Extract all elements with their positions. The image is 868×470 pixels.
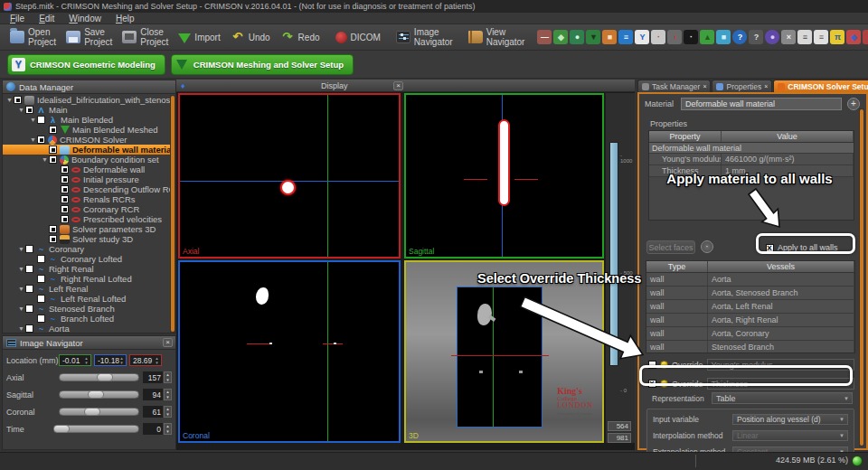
tree-item[interactable]: Prescribed velocities xyxy=(3,214,170,224)
tab-properties[interactable]: Properties× xyxy=(712,80,772,92)
expand-caret-icon[interactable]: ▼ xyxy=(5,97,14,103)
vessel-row[interactable]: wallAorta, Stenosed Branch xyxy=(646,287,854,300)
spinner-icons[interactable]: ▴▾ xyxy=(164,423,172,435)
slider-handle[interactable] xyxy=(84,408,100,416)
tree-item[interactable]: Descending Outflow RCRs xyxy=(3,184,170,194)
visibility-checkbox[interactable] xyxy=(25,265,33,273)
data-tree-scrollbar[interactable] xyxy=(170,95,175,333)
visibility-checkbox[interactable] xyxy=(25,245,33,253)
visibility-checkbox[interactable] xyxy=(49,126,57,134)
tree-item[interactable]: Renals RCRs xyxy=(3,194,170,204)
tree-item[interactable]: ▼Boundary condition set xyxy=(3,155,170,164)
expand-caret-icon[interactable]: ▼ xyxy=(17,286,25,292)
visibility-checkbox[interactable] xyxy=(49,146,57,154)
visibility-checkbox[interactable] xyxy=(61,165,69,174)
spinner-icons[interactable]: ▴▾ xyxy=(164,371,172,383)
add-material-button[interactable]: + xyxy=(847,98,860,110)
axial-slider[interactable] xyxy=(59,373,139,381)
tree-item[interactable]: ~Branch Lofted xyxy=(3,314,170,324)
spinner-icons[interactable]: ▴▾ xyxy=(164,389,172,400)
expand-caret-icon[interactable]: ▼ xyxy=(17,306,25,312)
visibility-checkbox[interactable] xyxy=(49,155,57,164)
property-value[interactable]: 4661000 g/(mm·s²) xyxy=(722,154,854,164)
python-icon[interactable]: π xyxy=(830,30,844,44)
visibility-checkbox[interactable] xyxy=(61,195,69,203)
param-dropdown[interactable]: Linear▼ xyxy=(732,430,848,441)
tree-item[interactable]: Deformable wall xyxy=(3,164,170,174)
panel-scrollbar[interactable] xyxy=(859,108,864,446)
tab-crimson-solver-setup[interactable]: CRIMSON Solver Setup× xyxy=(773,80,868,92)
tree-item[interactable]: ~Right Renal Lofted xyxy=(3,274,170,284)
vessel-row[interactable]: wallAorta, Right Renal xyxy=(646,314,854,327)
visibility-checkbox[interactable] xyxy=(37,295,45,303)
slider-value[interactable]: 0 xyxy=(143,423,163,435)
window-value[interactable]: 981 xyxy=(608,433,631,443)
wrench-icon[interactable]: × xyxy=(863,30,868,44)
location-value-0[interactable]: -0.01▴▾ xyxy=(59,354,91,366)
slider-handle[interactable] xyxy=(97,373,113,381)
tree-item[interactable]: Main Blended Meshed xyxy=(3,125,170,135)
expand-caret-icon[interactable]: ▼ xyxy=(17,325,25,332)
face-selection-mode-button[interactable]: · xyxy=(701,240,713,253)
cone-icon[interactable]: ▼ xyxy=(586,30,600,44)
spinner-icons[interactable]: ▴▾ xyxy=(83,356,90,364)
clipping-icon[interactable]: × xyxy=(781,30,796,44)
tree-item[interactable]: ~Coronary Lofted xyxy=(3,254,170,264)
close-icon[interactable]: × xyxy=(163,338,173,347)
level-value[interactable]: 564 xyxy=(608,421,631,431)
zoom-surface-icon[interactable]: ● xyxy=(570,30,584,44)
level-window-bar[interactable] xyxy=(609,142,618,366)
capsule-icon[interactable]: ■ xyxy=(602,30,617,44)
visibility-checkbox[interactable] xyxy=(37,315,45,323)
expand-caret-icon[interactable]: ▼ xyxy=(17,246,25,252)
visibility-checkbox[interactable] xyxy=(37,116,45,124)
network-icon[interactable]: ◆ xyxy=(846,30,861,44)
slider-value[interactable]: 94 xyxy=(143,389,163,400)
tree-item[interactable]: ▼λMain Blended xyxy=(3,115,170,125)
tree-item[interactable]: ▼ΛMain xyxy=(3,105,170,115)
visibility-checkbox[interactable] xyxy=(61,175,69,183)
vessel-row[interactable]: wallAorta, Left Renal xyxy=(646,300,854,314)
vessel-y-icon[interactable]: Y xyxy=(635,30,649,44)
help-icon[interactable]: ? xyxy=(732,30,747,44)
dicom-button[interactable]: DICOM xyxy=(333,30,386,45)
open-project-button[interactable]: Open Project xyxy=(7,25,61,49)
axial-viewport[interactable]: Axial xyxy=(178,93,401,258)
slider-value[interactable]: 61 xyxy=(143,406,163,418)
slider-handle[interactable] xyxy=(53,425,70,433)
sagittal-slider[interactable] xyxy=(59,390,139,399)
tree-item[interactable]: ▼~Coronary xyxy=(3,244,170,254)
menu-edit[interactable]: Edit xyxy=(33,14,61,24)
tree-item[interactable]: ▼Idealised_bifricutation_with_stenosis xyxy=(3,95,170,105)
tree-item[interactable]: ▼~Right Renal xyxy=(3,264,170,274)
visibility-checkbox[interactable] xyxy=(61,205,69,213)
select-faces-button[interactable]: Select faces xyxy=(646,240,695,254)
visibility-checkbox[interactable] xyxy=(14,96,22,104)
tree-item[interactable]: Coronary RCR xyxy=(3,204,170,214)
vessel-row[interactable]: wallAorta xyxy=(646,273,854,287)
sagittal-viewport[interactable]: Sagittal xyxy=(404,93,604,258)
terrain-icon[interactable]: ▲ xyxy=(700,30,714,44)
redo-button[interactable]: ↷Redo xyxy=(278,29,326,45)
save-project-button[interactable]: Save Project xyxy=(63,25,118,49)
visibility-checkbox[interactable] xyxy=(49,225,57,233)
visibility-checkbox[interactable] xyxy=(37,275,45,283)
histogram-icon[interactable]: ≡ xyxy=(618,30,633,44)
tab-close-icon[interactable]: × xyxy=(703,83,706,89)
coronal-slider[interactable] xyxy=(59,408,139,416)
tree-item[interactable]: ▼~Stenosed Branch xyxy=(3,304,170,314)
material-field[interactable]: Deformable wall material xyxy=(681,98,842,110)
geometric-modeling-button[interactable]: YCRIMSON Geometric Modeling xyxy=(7,54,165,75)
meshing-solver-setup-button[interactable]: CRIMSON Meshing and Solver Setup xyxy=(171,54,354,75)
slider-value[interactable]: 157 xyxy=(143,371,163,383)
time-slider[interactable] xyxy=(59,425,139,433)
menu-help[interactable]: Help xyxy=(109,14,141,24)
location-value-1[interactable]: -10.18▴▾ xyxy=(94,354,127,366)
help-list-icon[interactable]: ? xyxy=(749,30,763,44)
visibility-checkbox[interactable] xyxy=(61,215,69,223)
threshold-icon[interactable]: · xyxy=(684,30,698,44)
polyhedron-icon[interactable]: ◆ xyxy=(553,30,568,44)
location-value-2[interactable]: 28.69▴▾ xyxy=(129,354,162,366)
undo-button[interactable]: ↶Undo xyxy=(228,29,276,45)
expand-caret-icon[interactable]: ▼ xyxy=(17,266,25,272)
